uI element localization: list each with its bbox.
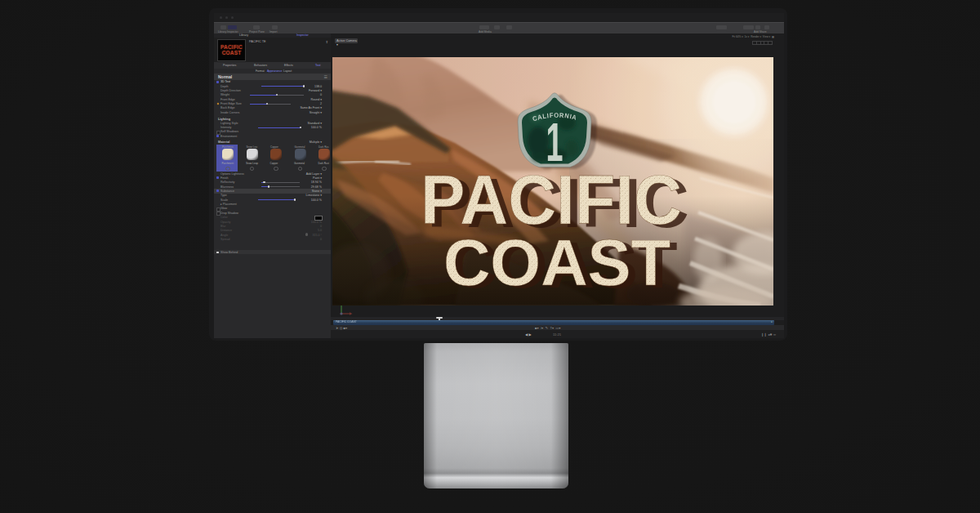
svg-text:COAST: COAST bbox=[443, 226, 670, 299]
